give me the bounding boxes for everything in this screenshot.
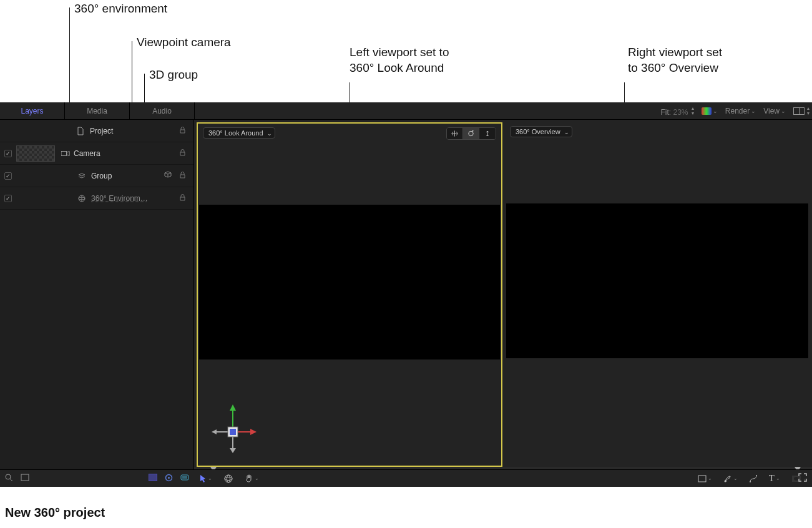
layer-row-camera[interactable]: ✓ Camera [0,142,193,165]
bezier-tool[interactable] [749,474,758,483]
viewport-canvas[interactable] [199,205,500,359]
svg-marker-7 [250,429,257,435]
view-label: View [763,107,780,115]
filter-toggle-icon[interactable] [180,474,189,484]
page-icon [76,127,85,135]
chevron-down-icon: ⌄ [776,476,780,481]
chevron-down-icon: ⌄ [713,108,718,114]
stack-icon [77,172,86,180]
lock-icon[interactable] [179,194,186,202]
visibility-checkbox[interactable]: ✓ [4,150,12,157]
figure-caption: New 360° project [5,506,105,520]
viewport-3d-controls [446,127,496,140]
fit-control[interactable]: Fit: 23% ▴▾ [660,106,693,117]
viewport-layout-menu[interactable]: ▴▾ [793,106,810,116]
lock-icon[interactable] [179,172,186,180]
layer-row-360-environment[interactable]: ✓ 360° Environm… [0,187,193,210]
canvas-tool-bar: ⌄ ⌄ ⌄ ⌄ T ⌄ [194,469,812,487]
main-split: Project ✓ Camera [0,120,812,469]
search-icon[interactable] [5,474,13,484]
chevron-down-icon: ⌄ [751,108,756,114]
chevron-down-icon: ⌄ [208,476,212,481]
view-menu[interactable]: View ⌄ [763,107,786,115]
svg-point-3 [469,131,473,135]
layer-label: Project [90,127,113,135]
chevron-down-icon: ⌄ [733,476,738,481]
viewport-camera-menu-left[interactable]: 360° Look Around ⌄ [203,127,275,139]
motion-app-window: Layers Media Audio Fit: 23% ▴▾ ⌄ Render … [0,102,812,487]
shape-tool[interactable]: ⌄ [698,475,712,482]
annotation-left-viewport: Left viewport set to 360° Look Around [350,45,449,76]
viewport-mode-label: 360° Overview [516,128,560,135]
tab-media[interactable]: Media [65,102,130,119]
tab-layers[interactable]: Layers [0,102,65,119]
svg-rect-0 [61,151,67,155]
fit-label: Fit: [660,108,671,117]
sphere-icon [77,194,86,203]
chevron-down-icon: ⌄ [708,476,712,481]
visibility-checkbox[interactable]: ✓ [4,172,12,180]
layer-row-group[interactable]: ✓ Group [0,165,193,187]
canvas-area: 360° Look Around ⌄ [194,120,812,469]
paint-stroke-tool[interactable]: ⌄ [723,474,738,483]
color-channels-menu[interactable]: ⌄ [702,107,718,115]
annotation-right-viewport: Right viewport set to 360° Overview [628,45,722,76]
render-menu[interactable]: Render ⌄ [725,107,756,115]
chevron-down-icon: ⌄ [564,129,569,135]
color-channels-icon [702,107,712,115]
svg-point-24 [225,477,232,480]
tab-audio[interactable]: Audio [130,102,195,119]
layer-label: Group [91,172,112,180]
stepper-icon: ▴▾ [807,106,810,116]
viewport-camera-menu-right[interactable]: 360° Overview ⌄ [510,126,572,137]
layer-label: 360° Environm… [91,194,148,203]
annotation-3d-group: 3D group [149,67,198,83]
frame-icon[interactable] [21,474,29,484]
svg-rect-13 [230,429,236,435]
annotation-360-environment: 360° environment [74,1,167,17]
mask-toggle-icon[interactable] [149,474,157,484]
svg-marker-9 [212,429,217,434]
chevron-down-icon: ⌄ [781,108,786,114]
viewport-layout-icon [793,107,805,115]
svg-line-15 [10,479,12,481]
svg-rect-26 [698,476,706,482]
svg-point-27 [724,480,726,482]
orbit-tool[interactable] [463,128,479,139]
chevron-down-icon: ⌄ [267,130,272,137]
select-tool[interactable]: ⌄ [199,474,212,483]
viewport-mode-label: 360° Look Around [208,129,263,137]
lock-icon[interactable] [179,149,186,157]
svg-point-23 [225,475,232,482]
svg-point-28 [750,481,751,482]
viewport-canvas[interactable] [506,203,808,358]
stepper-icon: ▴▾ [692,106,694,116]
canvas-toolbar-right: Fit: 23% ▴▾ ⌄ Render ⌄ View ⌄ [660,102,810,120]
dolly-tool[interactable] [479,128,496,139]
pan-hand-tool[interactable]: ⌄ [245,474,259,483]
svg-point-25 [227,475,230,482]
fit-value: 23% [673,108,688,117]
text-tool[interactable]: T ⌄ [769,473,780,484]
svg-rect-16 [21,474,29,481]
layer-thumbnail [16,145,55,162]
layer-row-project[interactable]: Project [0,120,193,142]
layers-panel-footer [0,469,194,487]
viewport-left[interactable]: 360° Look Around ⌄ [197,122,502,467]
chevron-down-icon: ⌄ [255,476,259,481]
svg-point-20 [168,477,170,479]
group-3d-icon[interactable] [164,170,172,181]
viewport-right[interactable]: 360° Overview ⌄ [505,122,810,467]
svg-point-29 [756,475,757,476]
3d-transform-tool[interactable] [223,474,233,484]
sidebar-tabbar: Layers Media Audio Fit: 23% ▴▾ ⌄ Render … [0,102,812,120]
render-label: Render [725,107,750,115]
axis-gizmo[interactable] [208,399,258,456]
pan-tool[interactable] [447,128,463,139]
svg-point-14 [6,474,11,479]
visibility-checkbox[interactable]: ✓ [4,195,12,202]
lock-icon[interactable] [179,127,186,135]
behavior-toggle-icon[interactable] [165,474,173,484]
fullscreen-toggle[interactable] [798,473,807,484]
svg-marker-5 [230,404,236,411]
